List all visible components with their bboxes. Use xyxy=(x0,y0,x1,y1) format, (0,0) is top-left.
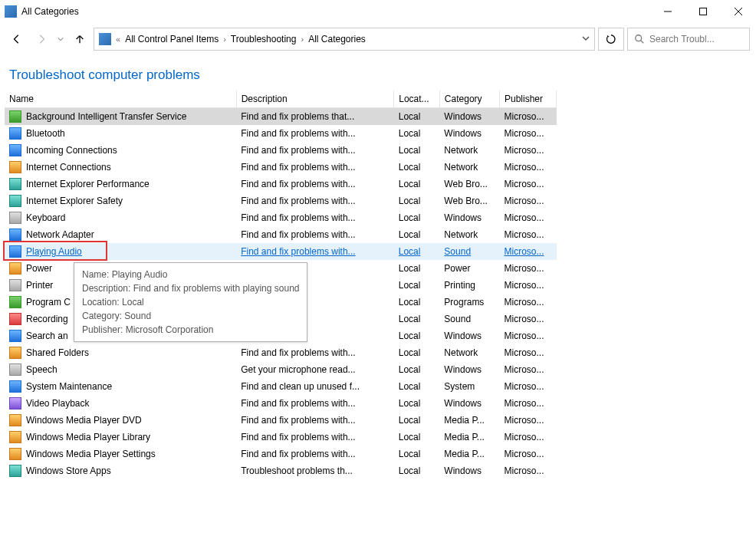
troubleshooter-location: Local xyxy=(394,209,440,226)
col-location[interactable]: Locat... xyxy=(394,90,440,108)
tooltip-line: Description: Find and fix problems with … xyxy=(82,281,299,295)
troubleshooter-icon xyxy=(9,178,21,190)
table-row[interactable]: Internet Explorer PerformanceFind and fi… xyxy=(5,176,557,192)
table-row[interactable]: Playing AudioFind and fix problems with.… xyxy=(5,243,557,260)
table-row[interactable]: Shared FoldersFind and fix problems with… xyxy=(5,344,557,361)
breadcrumb-icon xyxy=(99,33,111,45)
troubleshooter-icon xyxy=(9,110,21,123)
troubleshooter-publisher: Microso... xyxy=(499,412,556,429)
recent-locations-dropdown[interactable] xyxy=(55,28,66,50)
troubleshooter-category: Printing xyxy=(439,277,499,294)
breadcrumb-item[interactable]: All Categories xyxy=(308,34,366,44)
breadcrumb-overflow[interactable]: « xyxy=(114,35,122,44)
troubleshooter-desc: Find and fix problems with... xyxy=(236,344,394,361)
back-button[interactable] xyxy=(6,28,28,50)
troubleshooter-desc: Find and clean up unused f... xyxy=(236,378,394,395)
troubleshooter-location: Local xyxy=(394,395,440,412)
troubleshooter-publisher: Microso... xyxy=(499,159,556,176)
troubleshooter-icon xyxy=(9,380,21,393)
troubleshooter-desc: Find and fix problems with... xyxy=(236,159,394,176)
table-row[interactable]: Background Intelligent Transfer ServiceF… xyxy=(5,108,557,126)
troubleshooter-category: Windows xyxy=(439,327,499,344)
troubleshooter-icon xyxy=(9,448,21,460)
troubleshooter-name: Internet Explorer Performance xyxy=(26,179,150,189)
troubleshooter-category: Network xyxy=(439,142,499,159)
troubleshooter-desc: Find and fix problems with... xyxy=(236,209,394,226)
troubleshooter-location: Local xyxy=(394,344,440,361)
forward-button[interactable] xyxy=(31,28,52,50)
tooltip-line: Name: Playing Audio xyxy=(82,268,299,281)
troubleshooter-name: Video Playback xyxy=(26,398,90,409)
troubleshooter-icon xyxy=(9,330,21,342)
troubleshooter-category: Programs xyxy=(439,294,499,311)
table-row[interactable]: Network AdapterFind and fix problems wit… xyxy=(5,226,557,243)
table-row[interactable]: Internet Explorer SafetyFind and fix pro… xyxy=(5,192,557,209)
maximize-button[interactable] xyxy=(685,0,721,23)
table-row[interactable]: Incoming ConnectionsFind and fix problem… xyxy=(5,142,557,159)
address-dropdown[interactable] xyxy=(582,34,590,44)
minimize-button[interactable] xyxy=(650,0,685,23)
refresh-button[interactable] xyxy=(598,28,624,51)
troubleshooter-location: Local xyxy=(394,159,440,176)
address-bar[interactable]: « All Control Panel Items › Troubleshoot… xyxy=(94,28,595,51)
up-button[interactable] xyxy=(69,28,90,50)
troubleshooter-desc: Find and fix problems that... xyxy=(236,108,394,126)
troubleshooter-location: Local xyxy=(394,277,440,294)
troubleshooter-location: Local xyxy=(394,327,440,344)
troubleshooter-name: Windows Media Player DVD xyxy=(26,415,142,426)
search-icon xyxy=(634,34,645,44)
troubleshooter-category: Sound xyxy=(439,243,499,260)
troubleshooter-category: Windows xyxy=(439,108,499,126)
table-row[interactable]: SpeechGet your microphone read...LocalWi… xyxy=(5,361,557,378)
troubleshooter-category: Media P... xyxy=(439,429,499,446)
table-row[interactable]: Internet ConnectionsFind and fix problem… xyxy=(5,159,557,176)
tooltip-line: Category: Sound xyxy=(82,309,299,323)
table-row[interactable]: Windows Media Player SettingsFind and fi… xyxy=(5,446,557,462)
troubleshooter-desc: Find and fix problems with... xyxy=(236,142,394,159)
troubleshooter-name: Recording xyxy=(26,314,68,324)
col-description[interactable]: Description xyxy=(236,90,394,108)
troubleshooter-name: Incoming Connections xyxy=(26,145,117,156)
table-row[interactable]: BluetoothFind and fix problems with...Lo… xyxy=(5,125,557,142)
troubleshooter-desc: Find and fix problems with... xyxy=(236,429,394,446)
table-row[interactable]: Windows Media Player LibraryFind and fix… xyxy=(5,429,557,446)
table-row[interactable]: Windows Store AppsTroubleshoot problems … xyxy=(5,462,557,479)
table-row[interactable]: KeyboardFind and fix problems with...Loc… xyxy=(5,209,557,226)
troubleshooter-category: Web Bro... xyxy=(439,192,499,209)
troubleshooter-publisher: Microso... xyxy=(499,294,556,311)
troubleshooter-publisher: Microso... xyxy=(499,311,556,327)
troubleshooter-desc: Find and fix problems with... xyxy=(236,125,394,142)
table-row[interactable]: System MaintenanceFind and clean up unus… xyxy=(5,378,557,395)
troubleshooter-location: Local xyxy=(394,294,440,311)
table-row[interactable]: Windows Media Player DVDFind and fix pro… xyxy=(5,412,557,429)
nav-row: « All Control Panel Items › Troubleshoot… xyxy=(0,23,756,55)
troubleshooter-location: Local xyxy=(394,176,440,192)
chevron-right-icon: › xyxy=(222,35,228,44)
troubleshooter-category: Network xyxy=(439,344,499,361)
troubleshooter-icon xyxy=(9,161,21,173)
col-category[interactable]: Category xyxy=(439,90,499,108)
troubleshooter-category: Windows xyxy=(439,125,499,142)
troubleshooter-desc: Find and fix problems with... xyxy=(236,176,394,192)
troubleshooter-category: System xyxy=(439,378,499,395)
close-button[interactable] xyxy=(721,0,756,23)
troubleshooter-desc: Troubleshoot problems th... xyxy=(236,462,394,479)
troubleshooter-category: Web Bro... xyxy=(439,176,499,192)
troubleshooter-name: Background Intelligent Transfer Service xyxy=(26,111,186,122)
troubleshooter-name: Internet Connections xyxy=(26,162,111,173)
troubleshooter-icon xyxy=(9,414,21,426)
breadcrumb-item[interactable]: All Control Panel Items xyxy=(125,34,219,44)
troubleshooter-name: Shared Folders xyxy=(26,347,89,358)
troubleshooter-category: Media P... xyxy=(439,412,499,429)
troubleshooter-desc: Find and fix problems with... xyxy=(236,226,394,243)
table-row[interactable]: Video PlaybackFind and fix problems with… xyxy=(5,395,557,412)
breadcrumb-item[interactable]: Troubleshooting xyxy=(231,34,297,44)
troubleshooter-category: Sound xyxy=(439,311,499,327)
col-name[interactable]: Name xyxy=(5,90,236,108)
col-publisher[interactable]: Publisher xyxy=(499,90,556,108)
troubleshooter-icon xyxy=(9,431,21,443)
tooltip: Name: Playing Audio Description: Find an… xyxy=(74,262,307,342)
troubleshooter-name: Search an xyxy=(26,331,68,341)
search-box[interactable]: Search Troubl... xyxy=(627,28,750,51)
troubleshooter-icon xyxy=(9,465,21,477)
